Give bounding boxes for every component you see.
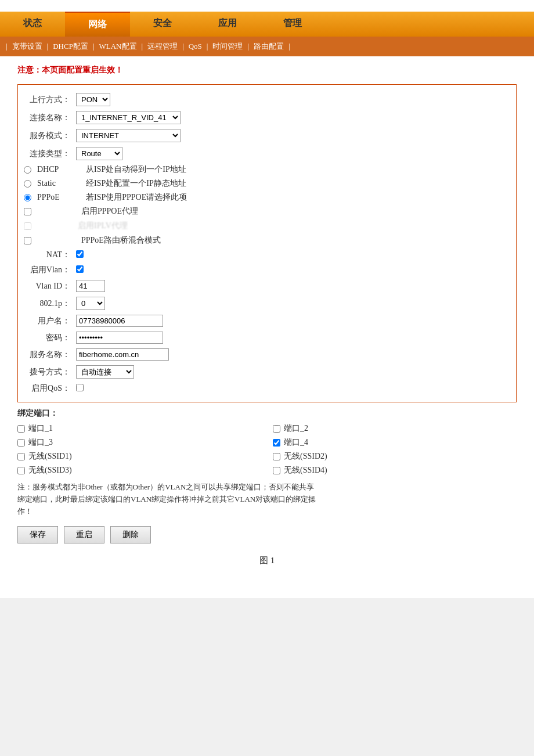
pppoe-label: PPPoE [35, 193, 81, 202]
sub-nav: | 宽带设置 | DHCP配置 | WLAN配置 | 远程管理 | QoS | … [0, 37, 534, 56]
vlan-id-input[interactable]: 41 [76, 280, 105, 292]
pppoe-desc: 若ISP使用PPPOE请选择此项 [86, 192, 187, 203]
port-item-ssid2: 无线(SSID2) [273, 451, 517, 462]
username-label: 用户名： [24, 316, 76, 326]
uplink-row: 上行方式： PON [24, 91, 510, 109]
vlan-enable-checkbox[interactable] [76, 265, 84, 273]
service-name-input[interactable] [76, 348, 169, 361]
btn-row: 保存 重启 删除 [17, 526, 517, 543]
sub-nav-qos[interactable]: QoS [184, 40, 207, 53]
vlan-enable-value-cell [76, 265, 84, 275]
nav-item-app[interactable]: 应用 [195, 12, 260, 37]
nav-item-network[interactable]: 网络 [65, 12, 130, 37]
port-item-3: 端口_3 [17, 437, 261, 448]
pppoe-proxy-checkbox[interactable] [24, 208, 31, 215]
port1-checkbox[interactable] [17, 425, 25, 433]
service-mode-select[interactable]: INTERNET [76, 129, 181, 142]
pppoe-radio[interactable] [24, 194, 31, 201]
dot1p-select[interactable]: 0 [76, 297, 105, 310]
dhcp-desc: 从ISP处自动得到一个IP地址 [86, 164, 186, 175]
port4-checkbox[interactable] [273, 439, 280, 447]
sub-nav-dhcp[interactable]: DHCP配置 [48, 39, 93, 53]
ssid4-checkbox[interactable] [273, 467, 280, 474]
ssid3-label: 无线(SSID3) [28, 465, 72, 476]
dhcp-label: DHCP [35, 165, 81, 174]
nat-row: NAT： [24, 247, 510, 262]
service-mode-value-cell: INTERNET [76, 129, 181, 142]
note-text: 注：服务模式都为非Other（或都为Other）的VLAN之间可以共享绑定端口；… [17, 481, 319, 517]
save-button[interactable]: 保存 [17, 526, 58, 543]
vlan-enable-label: 启用Vlan： [24, 265, 76, 275]
conn-name-value-cell: 1_INTERNET_R_VID_41 [76, 111, 181, 124]
port2-label: 端口_2 [284, 423, 308, 434]
ssid2-label: 无线(SSID2) [284, 451, 327, 462]
service-mode-row: 服务模式： INTERNET [24, 127, 510, 145]
dot1p-row: 802.1p： 0 [24, 294, 510, 312]
uplink-label: 上行方式： [24, 95, 76, 105]
sub-nav-broadband[interactable]: 宽带设置 [8, 39, 47, 53]
port-item-ssid3: 无线(SSID3) [17, 465, 261, 476]
ssid2-checkbox[interactable] [273, 453, 280, 460]
qos-checkbox[interactable] [76, 384, 84, 391]
dhcp-row: DHCP 从ISP处自动得到一个IP地址 [24, 163, 510, 177]
port3-checkbox[interactable] [17, 439, 25, 447]
conn-type-select[interactable]: Route [76, 147, 122, 160]
uplink-value-cell: PON [76, 93, 110, 106]
service-name-value-cell [76, 348, 169, 361]
ssid3-checkbox[interactable] [17, 467, 25, 474]
conn-name-select[interactable]: 1_INTERNET_R_VID_41 [76, 111, 181, 124]
page-wrapper: 状态 网络 安全 应用 管理 | 宽带设置 | DHCP配置 | WLAN配置 … [0, 0, 534, 598]
port-item-ssid4: 无线(SSID4) [273, 465, 517, 476]
static-radio[interactable] [24, 180, 31, 188]
delete-button[interactable]: 删除 [110, 526, 151, 543]
service-name-row: 服务名称： [24, 346, 510, 363]
dot1p-label: 802.1p： [24, 298, 76, 309]
username-row: 用户名： [24, 312, 510, 329]
nav-item-status[interactable]: 状态 [0, 12, 65, 37]
dial-mode-select[interactable]: 自动连接 [76, 365, 134, 379]
sub-nav-time[interactable]: 时间管理 [208, 39, 247, 53]
password-value-cell [76, 332, 163, 344]
conn-type-row: 连接类型： Route [24, 145, 510, 163]
conn-type-value-cell: Route [76, 147, 122, 160]
ssid1-label: 无线(SSID1) [28, 451, 72, 462]
port-grid: 端口_1 端口_2 端口_3 端口_4 无线(SSID1) [17, 423, 517, 476]
vlan-id-row: Vlan ID： 41 [24, 278, 510, 294]
service-name-label: 服务名称： [24, 350, 76, 360]
notice-text: 注意：本页面配置重启生效！ [17, 65, 517, 75]
password-input[interactable] [76, 332, 163, 344]
conn-name-row: 连接名称： 1_INTERNET_R_VID_41 [24, 109, 510, 127]
bridge-mix-checkbox[interactable] [24, 237, 31, 244]
port-item-2: 端口_2 [273, 423, 517, 434]
nat-label: NAT： [24, 250, 76, 260]
ssid1-checkbox[interactable] [17, 453, 25, 460]
pppoe-proxy-label: 启用PPPOE代理 [81, 206, 138, 217]
password-label: 密码： [24, 333, 76, 343]
qos-row: 启用QoS： [24, 381, 510, 396]
figure-label: 图 1 [17, 555, 517, 566]
port4-label: 端口_4 [284, 437, 308, 448]
nav-item-admin[interactable]: 管理 [260, 12, 325, 37]
port3-label: 端口_3 [28, 437, 53, 448]
static-row: Static 经ISP处配置一个IP静态地址 [24, 177, 510, 190]
username-input[interactable] [76, 315, 163, 327]
nav-item-security[interactable]: 安全 [130, 12, 195, 37]
blurred-desc: 启用IPLV代理 [78, 221, 128, 231]
restart-button[interactable]: 重启 [64, 526, 104, 543]
port-item-1: 端口_1 [17, 423, 261, 434]
dhcp-radio[interactable] [24, 166, 31, 174]
bridge-mix-label: PPPoE路由桥混合模式 [81, 235, 161, 246]
dial-mode-row: 拨号方式： 自动连接 [24, 363, 510, 381]
port2-checkbox[interactable] [273, 425, 280, 433]
uplink-select[interactable]: PON [76, 93, 110, 106]
blurred-row: 启用IPLV代理 [24, 218, 510, 233]
sub-nav-route[interactable]: 路由配置 [249, 39, 288, 53]
sub-nav-remote[interactable]: 远程管理 [143, 39, 182, 53]
sub-nav-wlan[interactable]: WLAN配置 [95, 39, 142, 53]
qos-label: 启用QoS： [24, 383, 76, 394]
main-nav: 状态 网络 安全 应用 管理 [0, 12, 534, 37]
ssid4-label: 无线(SSID4) [284, 465, 327, 476]
nat-value-cell [76, 250, 84, 260]
nat-checkbox[interactable] [76, 250, 84, 258]
blurred-checkbox[interactable] [24, 222, 31, 230]
